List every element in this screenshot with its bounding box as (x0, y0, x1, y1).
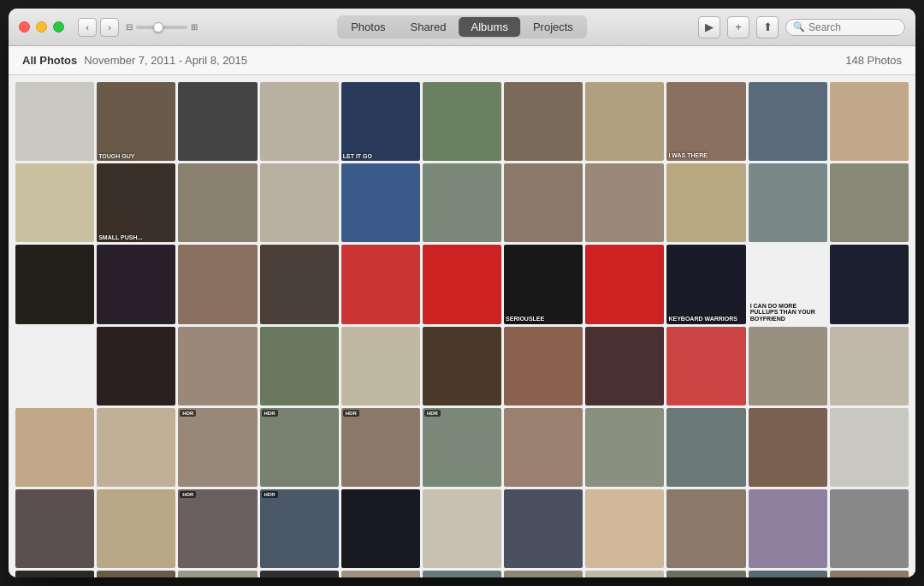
photo-cell[interactable] (97, 571, 175, 577)
photo-cell[interactable]: HDR (178, 489, 257, 568)
photo-cell[interactable] (585, 408, 664, 487)
photo-cell[interactable] (15, 245, 94, 323)
photo-cell[interactable] (15, 327, 94, 405)
photo-cell[interactable]: I CAN DO MORE PULLUPS THAN YOUR BOYFRIEN… (749, 245, 827, 323)
tab-albums[interactable]: Albums (459, 17, 520, 37)
photo-cell[interactable] (749, 327, 827, 405)
photo-cell[interactable] (260, 163, 339, 242)
photo-cell[interactable] (749, 489, 827, 568)
photo-cell[interactable] (830, 163, 909, 242)
tab-photos[interactable]: Photos (339, 17, 397, 37)
photo-cell[interactable] (830, 489, 909, 568)
traffic-lights (19, 21, 64, 33)
photo-cell[interactable] (178, 327, 257, 405)
back-button[interactable]: ‹ (78, 18, 97, 37)
photo-cell[interactable]: HDR (260, 408, 339, 487)
photo-cell[interactable]: HDR (423, 408, 501, 487)
forward-button[interactable]: › (100, 18, 119, 37)
photo-cell[interactable] (178, 82, 257, 161)
photo-cell[interactable] (749, 408, 827, 487)
photo-cell[interactable] (97, 327, 175, 405)
photo-cell[interactable] (260, 82, 339, 161)
photo-cell[interactable] (97, 245, 175, 323)
photo-cell[interactable] (830, 327, 909, 405)
app-window: ‹ › ⊟ ⊞ Photos Shared Albums Projects ▶ … (9, 9, 915, 577)
photo-cell[interactable] (97, 408, 175, 487)
photo-cell[interactable]: HDR (178, 408, 257, 487)
photo-cell[interactable] (423, 163, 501, 242)
photo-cell[interactable] (749, 571, 827, 577)
zoom-slider-container: ⊟ ⊞ (126, 22, 198, 32)
photo-cell[interactable] (15, 82, 94, 161)
photo-cell[interactable] (423, 327, 501, 405)
photo-cell[interactable] (749, 82, 827, 161)
photo-cell[interactable] (260, 571, 339, 577)
breadcrumb-all-photos[interactable]: All Photos (22, 54, 77, 67)
photo-cell[interactable] (504, 327, 583, 405)
photo-cell[interactable]: Small Push... (97, 163, 175, 242)
photo-cell[interactable]: HDR (260, 489, 339, 568)
tab-shared[interactable]: Shared (399, 17, 459, 37)
photo-cell[interactable] (15, 489, 94, 568)
photo-cell[interactable] (504, 571, 583, 577)
photo-cell[interactable] (341, 571, 420, 577)
nav-buttons: ‹ › (78, 18, 119, 37)
photo-cell[interactable] (178, 571, 257, 577)
close-button[interactable] (19, 21, 30, 33)
photo-cell[interactable] (585, 571, 664, 577)
photo-cell[interactable] (666, 571, 745, 577)
photo-cell[interactable] (666, 163, 745, 242)
date-range: November 7, 2011 - April 8, 2015 (84, 54, 247, 67)
photo-cell[interactable] (830, 245, 909, 323)
photo-cell[interactable] (585, 245, 664, 323)
photo-cell[interactable] (341, 245, 420, 323)
photo-cell[interactable]: LET IT GO (341, 82, 420, 161)
photo-cell[interactable] (341, 327, 420, 405)
photo-cell[interactable]: TOUGH GUY (97, 82, 175, 161)
photo-cell[interactable]: HDR (341, 408, 420, 487)
photo-cell[interactable] (504, 489, 583, 568)
photo-cell[interactable] (423, 489, 501, 568)
maximize-button[interactable] (53, 21, 64, 33)
share-button[interactable]: ⬆ (756, 16, 779, 38)
photo-cell[interactable] (423, 571, 501, 577)
photo-cell[interactable] (15, 408, 94, 487)
photo-cell[interactable] (830, 571, 909, 577)
add-button[interactable]: + (727, 16, 749, 38)
photo-cell[interactable] (97, 489, 175, 568)
photo-cell[interactable] (15, 571, 94, 577)
search-box[interactable]: 🔍 (785, 19, 905, 36)
breadcrumb: All Photos November 7, 2011 - April 8, 2… (22, 54, 247, 67)
photo-cell[interactable] (504, 408, 583, 487)
photo-cell[interactable] (341, 163, 420, 242)
photo-cell[interactable] (830, 408, 909, 487)
photo-cell[interactable] (666, 489, 745, 568)
photo-cell[interactable] (178, 245, 257, 323)
photo-cell[interactable] (749, 163, 827, 242)
tab-projects[interactable]: Projects (521, 17, 585, 37)
photo-cell[interactable] (666, 408, 745, 487)
photo-cell[interactable] (423, 245, 501, 323)
photo-cell[interactable]: I WAS THERE (666, 82, 745, 161)
search-input[interactable] (808, 21, 897, 33)
photo-cell[interactable]: SERIOUSLEE (504, 245, 583, 323)
photo-cell[interactable] (260, 245, 339, 323)
photo-cell[interactable] (585, 327, 664, 405)
photo-cell[interactable] (830, 82, 909, 161)
photo-cell[interactable] (178, 163, 257, 242)
photo-cell[interactable] (585, 82, 664, 161)
photo-cell[interactable]: KEYBOARD WARRIORS (666, 245, 745, 323)
play-button[interactable]: ▶ (698, 16, 720, 38)
photo-cell[interactable] (423, 82, 501, 161)
photo-cell[interactable] (504, 163, 583, 242)
zoom-slider[interactable] (136, 26, 187, 29)
photo-cell[interactable] (666, 327, 745, 405)
photo-cell[interactable] (260, 327, 339, 405)
minimize-button[interactable] (36, 21, 47, 33)
photo-cell[interactable] (341, 489, 420, 568)
titlebar: ‹ › ⊟ ⊞ Photos Shared Albums Projects ▶ … (9, 9, 915, 46)
photo-cell[interactable] (585, 489, 664, 568)
photo-cell[interactable] (15, 163, 94, 242)
photo-cell[interactable] (585, 163, 664, 242)
photo-cell[interactable] (504, 82, 583, 161)
